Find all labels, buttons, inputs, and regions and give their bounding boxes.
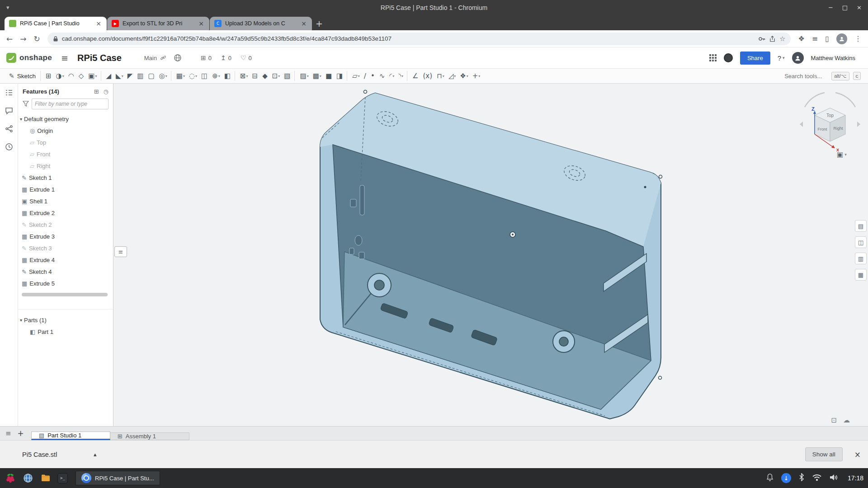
thicken-icon[interactable]: ▣ ▾ — [87, 71, 101, 81]
axis-icon[interactable]: ∕ — [363, 71, 368, 81]
reading-list-icon[interactable]: ≡ — [812, 34, 818, 43]
collaboration-icon[interactable] — [5, 124, 14, 133]
bookmark-star-icon[interactable]: ☆ — [779, 35, 785, 43]
history-icon[interactable] — [5, 142, 14, 151]
custom-feature-icon[interactable]: ❖ ▾ — [458, 71, 469, 81]
onshape-logo[interactable]: onshape — [6, 53, 52, 63]
download-collapse-icon[interactable]: ▴ — [94, 451, 97, 458]
rollback-handle[interactable]: ≡ — [114, 246, 127, 257]
extrude-icon[interactable]: ⊞ — [44, 71, 53, 81]
tab-close-icon[interactable]: × — [300, 20, 307, 27]
create-folder-icon[interactable]: ⊞ — [94, 88, 99, 95]
offset-surface-icon[interactable]: ▨ ▾ — [298, 71, 310, 81]
feature-filter-input[interactable] — [32, 99, 108, 109]
browser-tab[interactable]: C Upload 3D Models on C × — [210, 17, 312, 30]
minimize-button[interactable]: − — [828, 4, 833, 11]
lock-icon[interactable] — [53, 36, 58, 42]
feature-item[interactable]: ✎ Sketch 1 — [18, 172, 113, 183]
parts-section-header[interactable]: ▾ Parts (1) — [18, 314, 113, 326]
feature-item[interactable]: ▱ Top — [18, 136, 113, 148]
replace-face-icon[interactable]: ▧ — [283, 71, 295, 81]
mirror-icon[interactable]: ◫ — [200, 71, 209, 81]
url-bar[interactable]: ☆ — [47, 33, 791, 45]
feature-item[interactable]: ✎ Sketch 2 — [18, 219, 113, 230]
document-stat[interactable]: ♡ 0 — [241, 54, 252, 61]
feature-list-icon[interactable] — [5, 88, 14, 97]
panel-rows-icon[interactable]: ▥ — [855, 253, 867, 264]
notifications-icon[interactable] — [724, 53, 733, 62]
taskbar-app-button[interactable]: RPi5 Case | Part Stu... — [75, 471, 160, 485]
variable-icon[interactable]: (x) — [421, 71, 434, 81]
hole-icon[interactable]: ◎ ▾ — [158, 71, 171, 81]
extensions-icon[interactable]: ❖ — [798, 34, 804, 43]
plane-icon[interactable]: ▱ ▾ — [351, 71, 361, 81]
view-options-menu[interactable]: ▣ ▾ — [837, 150, 847, 159]
graphics-viewport[interactable]: Top Front Right Z x ▣ ▾ ▤ ◫ — [113, 84, 868, 426]
draft-icon[interactable]: ◤ — [126, 71, 135, 81]
move-face-icon[interactable]: ⊡ ▾ — [271, 71, 282, 81]
browser-profile-avatar[interactable] — [836, 33, 847, 44]
orbit-left-arrow[interactable] — [800, 122, 803, 127]
boundary-surface-icon[interactable]: ▩ ▾ — [311, 71, 323, 81]
feature-item[interactable]: ▦ Extrude 1 — [18, 183, 113, 195]
snapshot-icon[interactable]: ⊡ — [831, 416, 837, 424]
clock[interactable]: 17:18 — [848, 474, 863, 482]
feature-item[interactable]: ▦ Extrude 3 — [18, 230, 113, 242]
document-stat[interactable]: ↥ 0 — [221, 54, 231, 61]
forward-icon[interactable]: → — [20, 34, 26, 43]
document-tab[interactable]: ▧ Part Studio 1 — [31, 432, 110, 440]
tab-close-icon[interactable]: × — [198, 20, 205, 27]
titlebar-chevron-icon[interactable]: ▾ — [6, 4, 9, 11]
browser-tab[interactable]: RPi5 Case | Part Studio × — [5, 17, 107, 30]
notification-icon[interactable] — [766, 473, 774, 483]
feature-item[interactable]: ▱ Right — [18, 160, 113, 172]
panel-list-icon[interactable]: ▤ — [855, 220, 867, 232]
rollback-bar[interactable] — [22, 293, 108, 296]
share-icon[interactable] — [769, 35, 776, 42]
transform-icon[interactable]: ⊠ ▾ — [239, 71, 250, 81]
panel-columns-icon[interactable]: ◫ — [855, 236, 867, 248]
modify-fillet-icon[interactable]: ◆ — [261, 71, 269, 81]
feature-item[interactable]: ▱ Front — [18, 148, 113, 160]
spline-icon[interactable]: ◜ ▾ — [388, 71, 396, 81]
tree-caret-icon[interactable]: ▾ — [20, 117, 22, 122]
search-tools-input[interactable] — [784, 73, 828, 80]
share-button[interactable]: Share — [740, 52, 770, 65]
hamburger-menu-icon[interactable]: ≡ — [59, 53, 70, 63]
feature-item[interactable]: ▾ Default geometry — [18, 113, 113, 125]
web-browser-icon[interactable] — [22, 472, 34, 484]
help-menu[interactable]: ? ▾ — [778, 54, 785, 62]
frame-icon[interactable]: ⊓ ▾ — [435, 71, 446, 81]
sketch-button[interactable]: ✎ Sketch — [5, 71, 41, 81]
case-3d-model[interactable] — [113, 84, 868, 426]
download-bar-close-icon[interactable]: × — [854, 450, 861, 459]
feature-item[interactable]: ▦ Extrude 2 — [18, 207, 113, 219]
tab-manager-icon[interactable]: ≡ — [5, 429, 11, 437]
fill-surface-icon[interactable]: ■ — [324, 71, 334, 81]
workspace-selector[interactable]: Main — [144, 55, 166, 61]
feature-item[interactable]: ✎ Sketch 3 — [18, 242, 113, 254]
bluetooth-icon[interactable] — [798, 473, 805, 483]
browser-menu-kebab-icon[interactable]: ⋮ — [854, 34, 862, 43]
view-cube[interactable]: Top Front Right Z x — [798, 87, 862, 164]
comments-icon[interactable] — [5, 106, 14, 115]
helix-icon[interactable]: ∿ — [378, 71, 387, 81]
ruled-surface-icon[interactable]: ◨ — [335, 71, 347, 81]
maximize-button[interactable]: □ — [842, 4, 848, 11]
revolve-icon[interactable]: ◑ ▾ — [55, 71, 66, 81]
delete-part-icon[interactable]: ⊟ — [251, 71, 260, 81]
feature-item[interactable]: ▦ Extrude 4 — [18, 254, 113, 266]
file-manager-icon[interactable] — [40, 472, 52, 484]
new-tab-button[interactable]: + — [312, 17, 326, 30]
split-icon[interactable]: ◧ — [223, 71, 235, 81]
feature-history-icon[interactable]: ◷ — [104, 88, 108, 95]
orbit-right-arrow[interactable] — [857, 122, 860, 127]
password-key-icon[interactable] — [758, 35, 765, 42]
insert-feature-icon[interactable]: + ▾ — [471, 71, 482, 81]
feature-item[interactable]: ◎ Origin — [18, 125, 113, 136]
circular-pattern-icon[interactable]: ◌ ▾ — [188, 71, 198, 81]
side-panel-icon[interactable]: ▯ — [825, 34, 829, 43]
wifi-icon[interactable] — [812, 474, 822, 483]
panel-grid-icon[interactable]: ▦ — [855, 269, 867, 281]
chamfer-icon[interactable]: ◣ ▾ — [114, 71, 125, 81]
